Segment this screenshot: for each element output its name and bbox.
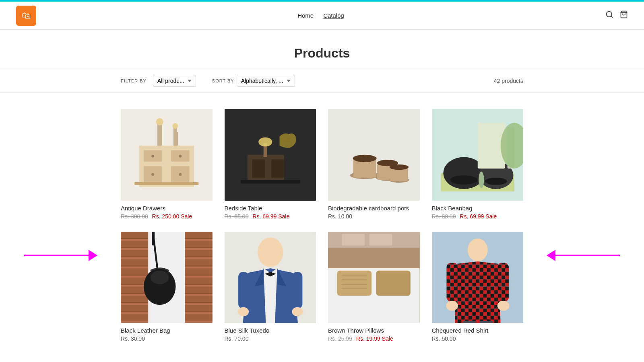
left-arrow-annotation: [24, 250, 97, 261]
svg-rect-22: [271, 159, 284, 178]
product-card-bedside-table[interactable]: Bedside Table Rs. 85.00 Rs. 69.99 Sale: [225, 109, 316, 220]
svg-rect-96: [497, 263, 508, 302]
svg-point-24: [258, 138, 272, 147]
product-prices-black-leather-bag: Rs. 30.00: [121, 335, 213, 342]
product-prices-chequered-shirt: Rs. 50.00: [432, 335, 524, 342]
product-image-black-leather-bag: [121, 232, 213, 323]
product-image-blue-tuxedo: [225, 232, 316, 323]
price-original: Rs. 85.00: [225, 213, 249, 220]
svg-rect-95: [446, 263, 458, 302]
arrow-shaft-right: [555, 255, 620, 256]
svg-point-29: [353, 155, 376, 162]
svg-point-72: [257, 237, 283, 267]
svg-line-1: [611, 16, 613, 18]
product-image-bedside-table: [225, 109, 316, 201]
filter-by-label: FILTER BY: [121, 78, 147, 83]
product-name-black-leather-bag: Black Leather Bag: [121, 327, 213, 334]
product-prices-bio-pots: Rs. 10.00: [328, 213, 420, 220]
main-nav: Home Catalog: [297, 12, 344, 19]
svg-point-41: [485, 178, 507, 185]
product-image-black-beanbag: [432, 109, 524, 201]
price-regular: Rs. 50.00: [432, 335, 456, 342]
product-prices-antique-drawers: Rs. 300.00 Rs. 250.00 Sale: [121, 213, 213, 220]
product-image-brown-pillows: [328, 232, 420, 323]
sort-by-select[interactable]: Alphabetically, ...: [237, 75, 295, 87]
svg-rect-73: [238, 272, 248, 309]
product-prices-bedside-table: Rs. 85.00 Rs. 69.99 Sale: [225, 213, 316, 220]
svg-rect-87: [342, 234, 365, 245]
price-original: Rs. 80.00: [432, 213, 456, 220]
cart-icon[interactable]: [620, 10, 628, 21]
product-card-blue-tuxedo[interactable]: Blue Silk Tuxedo Rs. 70.00: [225, 232, 316, 342]
svg-point-69: [151, 270, 169, 284]
svg-point-9: [151, 155, 154, 158]
price-regular: Rs. 30.00: [121, 335, 145, 342]
svg-point-35: [389, 165, 409, 170]
logo[interactable]: 🛍: [16, 6, 36, 26]
svg-point-75: [237, 307, 248, 316]
product-image-antique-drawers: [121, 109, 213, 201]
product-name-antique-drawers: Antique Drawers: [121, 205, 213, 212]
svg-rect-81: [376, 270, 410, 296]
svg-point-11: [151, 173, 154, 176]
filter-by-select[interactable]: All produ...: [153, 75, 196, 87]
product-card-brown-pillows[interactable]: Brown Throw Pillows Rs. 25.99 Rs. 19.99 …: [328, 232, 420, 342]
svg-point-14: [156, 118, 163, 125]
svg-rect-74: [292, 272, 302, 309]
svg-rect-18: [134, 182, 198, 185]
price-original: Rs. 25.99: [328, 335, 352, 342]
svg-rect-70: [152, 232, 155, 245]
svg-point-76: [292, 307, 303, 316]
sale-badge: Sale: [181, 213, 192, 220]
arrow-shaft-left: [24, 255, 89, 256]
product-prices-black-beanbag: Rs. 80.00 Rs. 69.99 Sale: [432, 213, 524, 220]
product-card-black-leather-bag[interactable]: Black Leather Bag Rs. 30.00: [121, 232, 213, 342]
svg-rect-21: [252, 159, 265, 178]
sale-badge: Sale: [382, 335, 393, 342]
product-image-chequered-shirt: [432, 232, 524, 323]
product-image-bio-pots: [328, 109, 420, 201]
svg-rect-100: [479, 321, 492, 323]
arrow-head-right: [547, 250, 555, 261]
product-card-bio-pots[interactable]: Biodegradable cardboard pots Rs. 10.00: [328, 109, 420, 220]
price-regular: Rs. 70.00: [225, 335, 249, 342]
product-card-antique-drawers[interactable]: Antique Drawers Rs. 300.00 Rs. 250.00 Sa…: [121, 109, 213, 220]
svg-point-10: [179, 155, 182, 158]
price-sale: Rs. 19.99: [356, 335, 380, 342]
product-prices-brown-pillows: Rs. 25.99 Rs. 19.99 Sale: [328, 335, 420, 342]
svg-point-90: [467, 239, 487, 261]
product-name-brown-pillows: Brown Throw Pillows: [328, 327, 420, 334]
svg-rect-26: [328, 109, 420, 201]
page-title-section: Products: [0, 30, 644, 69]
product-name-bedside-table: Bedside Table: [225, 205, 316, 212]
svg-rect-17: [176, 132, 178, 146]
right-arrow-annotation: [547, 250, 620, 261]
price-sale: Rs. 69.99: [460, 213, 484, 220]
product-card-chequered-shirt[interactable]: Chequered Red Shirt Rs. 50.00: [432, 232, 524, 342]
svg-point-97: [446, 300, 458, 311]
product-card-black-beanbag[interactable]: Black Beanbag Rs. 80.00 Rs. 69.99 Sale: [432, 109, 524, 220]
svg-rect-88: [369, 234, 392, 245]
svg-point-12: [179, 173, 182, 176]
product-name-blue-tuxedo: Blue Silk Tuxedo: [225, 327, 316, 334]
sort-by-label: SORT BY: [212, 78, 234, 83]
logo-icon: 🛍: [22, 10, 31, 21]
svg-rect-25: [240, 180, 300, 183]
svg-rect-99: [463, 321, 476, 323]
product-name-bio-pots: Biodegradable cardboard pots: [328, 205, 420, 212]
product-name-chequered-shirt: Chequered Red Shirt: [432, 327, 524, 334]
page-title: Products: [0, 46, 644, 61]
nav-catalog[interactable]: Catalog: [323, 12, 344, 19]
annotation-text: Before Blocking the Products: [0, 358, 644, 362]
svg-rect-13: [157, 123, 162, 146]
price-sale: Rs. 69.99: [252, 213, 277, 220]
product-prices-blue-tuxedo: Rs. 70.00: [225, 335, 316, 342]
products-section: Antique Drawers Rs. 300.00 Rs. 250.00 Sa…: [0, 93, 644, 358]
arrow-head-left: [89, 250, 97, 261]
svg-rect-80: [337, 270, 372, 296]
svg-rect-28: [353, 159, 376, 178]
svg-point-44: [479, 172, 484, 188]
nav-home[interactable]: Home: [297, 12, 314, 19]
sort-group: SORT BY Alphabetically, ...: [212, 75, 295, 87]
search-icon[interactable]: [605, 10, 613, 21]
